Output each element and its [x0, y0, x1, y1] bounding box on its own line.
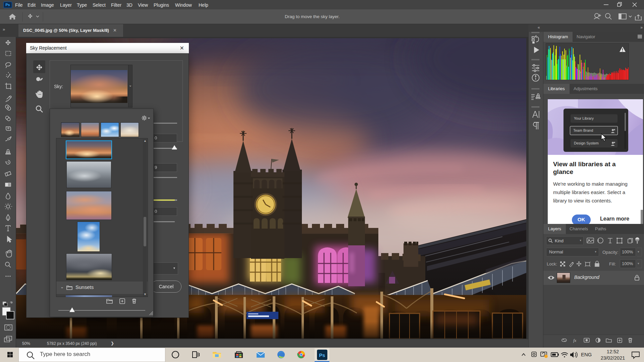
svg-text:fx: fx [573, 338, 577, 343]
svg-text:Ps: Ps [319, 352, 325, 358]
